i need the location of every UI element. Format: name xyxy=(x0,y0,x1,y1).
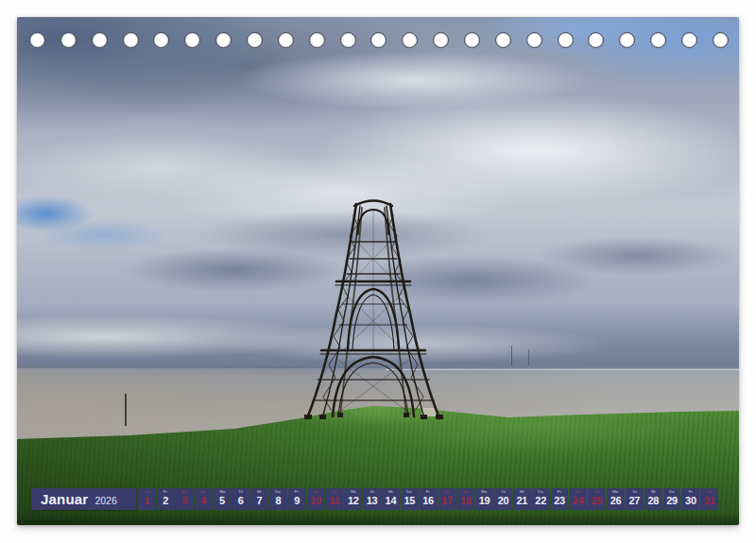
binding-hole xyxy=(588,32,604,48)
day-weekday-label: Mo xyxy=(219,489,225,493)
day-weekday-label: Mo xyxy=(482,489,488,493)
binding-hole xyxy=(526,32,542,48)
day-weekday-label: Do xyxy=(276,489,282,493)
day-number: 4 xyxy=(200,495,206,506)
month-name: Januar xyxy=(41,491,88,507)
day-number: 24 xyxy=(573,495,584,506)
day-weekday-label: Di xyxy=(501,489,505,493)
binding-hole xyxy=(464,32,480,48)
day-weekday-label: Fr xyxy=(426,489,430,493)
calendar-day-cell: So 11 xyxy=(325,488,343,510)
day-number: 3 xyxy=(181,495,187,506)
day-number: 19 xyxy=(479,495,490,506)
day-weekday-label: Sa xyxy=(181,489,186,493)
day-number: 31 xyxy=(704,495,715,506)
day-weekday-label: Mo xyxy=(613,489,619,493)
day-weekday-label: Mo xyxy=(351,489,356,493)
day-number: 5 xyxy=(219,495,225,506)
binding-hole xyxy=(92,32,108,48)
binding-hole xyxy=(650,32,666,48)
calendar-day-cell: Sa 3 xyxy=(176,488,194,510)
day-number: 17 xyxy=(441,495,453,506)
day-weekday-label: Di xyxy=(239,489,243,493)
calendar-day-cell: Mo 26 xyxy=(607,488,625,510)
binding-hole xyxy=(29,32,45,48)
day-weekday-label: Fr xyxy=(163,489,167,493)
day-weekday-label: Di xyxy=(632,489,636,493)
calendar-day-cell: Mo 5 xyxy=(213,488,231,510)
calendar-day-cell: Fr 23 xyxy=(551,488,569,510)
day-cells-row: Do 1 Fr 2 Sa 3 So 4 Mo 5 Di 6 Mi 7 Do 8 … xyxy=(138,488,718,510)
day-weekday-label: So xyxy=(463,489,468,493)
calendar-day-cell: So 4 xyxy=(195,488,213,510)
day-weekday-label: Di xyxy=(369,489,373,493)
day-number: 18 xyxy=(460,495,472,506)
day-number: 22 xyxy=(535,495,546,506)
day-weekday-label: Sa xyxy=(576,489,580,493)
calendar-day-cell: Mi 21 xyxy=(513,488,531,510)
day-number: 7 xyxy=(257,495,263,506)
calendar-product-page: Januar 2026 Do 1 Fr 2 Sa 3 So 4 Mo 5 Di … xyxy=(0,0,756,543)
year-label: 2026 xyxy=(94,493,116,506)
day-weekday-label: Mi xyxy=(388,489,393,493)
day-number: 13 xyxy=(367,495,378,506)
binding-hole xyxy=(433,32,449,48)
day-weekday-label: Do xyxy=(669,489,675,493)
calendar-photo: Januar 2026 Do 1 Fr 2 Sa 3 So 4 Mo 5 Di … xyxy=(17,17,739,525)
binding-holes-row xyxy=(29,31,729,48)
day-weekday-label: So xyxy=(594,489,599,493)
day-number: 15 xyxy=(404,495,415,506)
calendar-day-cell: Do 22 xyxy=(532,488,550,510)
day-weekday-label: Do xyxy=(538,489,543,493)
day-weekday-label: Fr xyxy=(295,489,299,493)
calendar-day-cell: Fr 2 xyxy=(157,488,175,510)
day-number: 11 xyxy=(329,495,339,506)
binding-hole xyxy=(153,32,169,48)
day-number: 16 xyxy=(422,495,434,506)
calendar-day-cell: Do 29 xyxy=(663,488,681,510)
day-number: 23 xyxy=(554,495,565,506)
calendar-day-cell: So 25 xyxy=(588,488,606,510)
calendar-day-cell: Do 15 xyxy=(401,488,419,510)
day-number: 9 xyxy=(294,495,300,506)
day-weekday-label: Fr xyxy=(689,489,693,493)
binding-hole xyxy=(370,32,387,48)
day-number: 20 xyxy=(498,495,509,506)
calendar-day-cell: Sa 31 xyxy=(700,488,718,510)
binding-hole xyxy=(278,32,294,48)
day-number: 26 xyxy=(610,495,622,506)
binding-hole xyxy=(60,32,77,48)
calendar-day-cell: Do 8 xyxy=(269,488,287,510)
binding-hole xyxy=(681,32,697,48)
day-number: 10 xyxy=(310,495,321,506)
day-number: 30 xyxy=(685,495,696,506)
calendar-day-cell: Di 27 xyxy=(626,488,644,510)
binding-hole xyxy=(713,32,729,48)
sea-stake xyxy=(125,394,127,426)
day-weekday-label: So xyxy=(200,489,205,493)
calendar-day-cell: Di 13 xyxy=(363,488,381,510)
calendar-day-cell: Di 6 xyxy=(232,488,249,510)
day-number: 1 xyxy=(145,495,150,506)
day-weekday-label: Sa xyxy=(313,489,318,493)
binding-hole xyxy=(558,32,574,48)
binding-hole xyxy=(184,32,200,48)
calendar-strip: Januar 2026 Do 1 Fr 2 Sa 3 So 4 Mo 5 Di … xyxy=(31,488,718,510)
calendar-day-cell: Mo 19 xyxy=(475,488,493,510)
day-weekday-label: So xyxy=(332,489,336,493)
day-number: 6 xyxy=(238,495,244,506)
day-number: 12 xyxy=(348,495,359,506)
day-number: 29 xyxy=(666,495,678,506)
calendar-day-cell: Fr 16 xyxy=(420,488,438,510)
calendar-day-cell: Fr 30 xyxy=(681,488,699,510)
day-number: 25 xyxy=(592,495,603,506)
sea-stake xyxy=(528,349,529,365)
day-number: 8 xyxy=(275,495,281,506)
calendar-day-cell: Mi 14 xyxy=(382,488,400,510)
calendar-day-cell: Di 20 xyxy=(494,488,512,510)
day-weekday-label: Mi xyxy=(651,489,656,493)
calendar-day-cell: Mo 12 xyxy=(344,488,362,510)
day-weekday-label: Mi xyxy=(520,489,524,493)
day-weekday-label: Mi xyxy=(257,489,262,493)
sea-stake xyxy=(511,346,512,365)
